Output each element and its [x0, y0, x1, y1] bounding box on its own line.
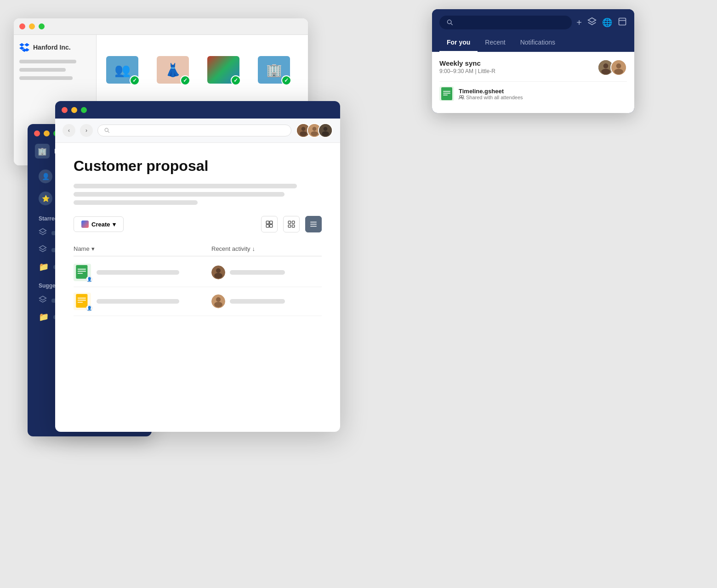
notif-action-buttons: + 🌐: [576, 17, 627, 28]
check-icon-1: ✓: [130, 75, 140, 85]
create-label: Create: [91, 221, 110, 228]
svg-point-25: [105, 128, 108, 131]
notif-card-title: Weekly sync: [439, 59, 592, 67]
shared-text: Shared with all attendees: [466, 95, 523, 100]
minimize-button[interactable]: [29, 23, 35, 29]
svg-rect-36: [266, 221, 269, 224]
sidebar-close[interactable]: [34, 130, 40, 136]
notif-card-subtitle: 9:00–9:30 AM | Little-R: [439, 68, 592, 74]
activity-text-placeholder-2: [230, 299, 285, 304]
sidebar-line-3: [19, 76, 73, 80]
notif-search-input[interactable]: [439, 16, 572, 29]
collab-person-3: [319, 123, 332, 138]
document-toolbar: Create ▾: [74, 216, 322, 232]
search-icon: [447, 19, 453, 26]
main-search-icon: [104, 128, 110, 133]
svg-rect-40: [288, 221, 290, 223]
folder-fashion[interactable]: 👗 ✓: [154, 53, 191, 86]
sidebar-line-1: [19, 60, 76, 63]
globe-button[interactable]: 🌐: [602, 17, 612, 28]
tab-recent[interactable]: Recent: [478, 33, 512, 51]
back-button[interactable]: ‹: [63, 124, 75, 137]
tab-for-you[interactable]: For you: [439, 33, 478, 51]
notif-tabs: For you Recent Notifications: [432, 33, 634, 52]
svg-rect-50: [78, 273, 83, 274]
table-header: Name ▾ Recent activity ↓: [74, 242, 322, 256]
svg-marker-24: [40, 296, 46, 300]
activity-sort-icon: ↓: [252, 245, 256, 252]
activity-row-1: [211, 266, 322, 279]
notif-file-name: Timeline.gsheet: [459, 88, 627, 95]
svg-point-60: [214, 302, 222, 307]
grid-view-button[interactable]: [283, 216, 300, 232]
org-icon: 🏢: [35, 144, 50, 158]
finder-view-button[interactable]: [261, 216, 278, 232]
person-avatar-2: [611, 59, 626, 76]
org-name-back: Hanford Inc.: [33, 44, 71, 51]
tab-notifications[interactable]: Notifications: [513, 33, 563, 51]
svg-rect-17: [443, 91, 450, 92]
notif-card-weekly-sync: Weekly sync 9:00–9:30 AM | Little-R: [439, 59, 627, 76]
svg-point-28: [302, 127, 306, 131]
maximize-button[interactable]: [39, 23, 45, 29]
svg-rect-39: [270, 225, 273, 227]
create-button[interactable]: Create ▾: [74, 216, 124, 232]
folder-people[interactable]: 👥 ✓: [104, 53, 141, 86]
check-icon-2: ✓: [180, 75, 190, 85]
main-close[interactable]: [62, 107, 68, 113]
titlebar-back: [14, 18, 308, 35]
col-name-header[interactable]: Name ▾: [74, 245, 211, 252]
main-minimize[interactable]: [71, 107, 77, 113]
stack-icon: [587, 17, 597, 26]
collab-avatar-group: [296, 123, 333, 138]
svg-point-34: [324, 127, 328, 131]
notif-file-type-icon: [439, 86, 454, 101]
doc-line-3: [74, 200, 198, 205]
close-button[interactable]: [19, 23, 25, 29]
svg-rect-47: [76, 265, 87, 279]
notif-avatar-group: [598, 59, 627, 76]
browser-button[interactable]: [618, 17, 627, 28]
svg-marker-23: [40, 246, 46, 250]
notification-panel: + 🌐 For you Recent Notifications Wee: [432, 9, 634, 113]
file-share-badge: 👤: [86, 276, 92, 283]
svg-line-6: [451, 23, 453, 25]
list-icon: [309, 220, 318, 228]
col-activity-header[interactable]: Recent activity ↓: [211, 245, 322, 252]
activity-person-1: [211, 266, 225, 279]
window-icon: [618, 17, 627, 26]
add-button[interactable]: +: [576, 17, 582, 28]
svg-rect-42: [288, 225, 290, 227]
svg-rect-48: [78, 269, 86, 270]
svg-line-26: [108, 131, 109, 133]
svg-rect-19: [443, 95, 448, 96]
main-search-bar[interactable]: [97, 124, 291, 136]
folder-texture[interactable]: ✓: [205, 53, 242, 86]
file-row-1: 👤: [74, 264, 211, 281]
forward-button[interactable]: ›: [80, 124, 93, 137]
check-icon-4: ✓: [281, 75, 291, 85]
sidebar-line-2: [19, 68, 66, 72]
check-icon-3: ✓: [231, 75, 241, 85]
activity-avatar-2: [211, 294, 225, 308]
svg-marker-7: [588, 17, 596, 22]
person-icon: 👤: [39, 170, 52, 183]
document-title: Customer proposal: [74, 158, 322, 175]
layers-icon-3: [39, 295, 47, 305]
folder-building[interactable]: 🏢 ✓: [256, 53, 292, 86]
svg-rect-18: [443, 93, 450, 94]
list-view-button[interactable]: [305, 216, 322, 232]
main-maximize[interactable]: [81, 107, 87, 113]
svg-point-5: [447, 20, 451, 23]
svg-point-59: [216, 297, 221, 302]
file-name-placeholder-2: [97, 299, 179, 304]
notif-avatar-2: [610, 59, 627, 76]
svg-rect-49: [78, 271, 86, 272]
layers-button[interactable]: [587, 17, 597, 28]
svg-point-52: [216, 268, 221, 273]
doc-line-1: [74, 184, 297, 188]
doc-file-icon: 👤: [74, 293, 91, 310]
sidebar-minimize[interactable]: [44, 130, 50, 136]
gsheet-icon: [441, 87, 452, 100]
table-row: 👤: [74, 287, 322, 316]
